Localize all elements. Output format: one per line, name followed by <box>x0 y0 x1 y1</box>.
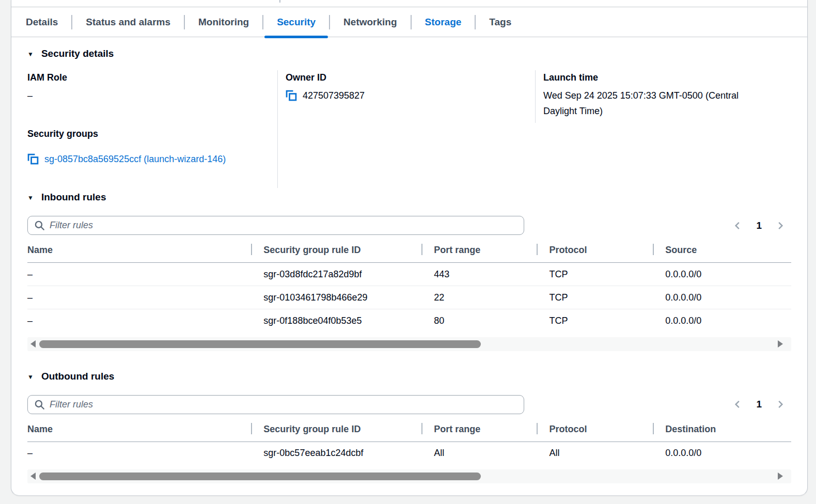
table-row: – sgr-0f188bce04f0b53e5 80 TCP 0.0.0.0/0 <box>27 309 791 333</box>
owner-id-value: 427507395827 <box>303 88 365 103</box>
launch-time-label: Launch time <box>543 72 779 83</box>
table-row: – sgr-0bc57eeab1c24dcbf All All 0.0.0.0/… <box>27 442 791 465</box>
previous-page-icon[interactable] <box>733 221 742 230</box>
tab-tags[interactable]: Tags <box>476 7 525 37</box>
tab-security[interactable]: Security <box>263 7 329 37</box>
cell-rule-id: sgr-0103461798b466e29 <box>251 286 421 309</box>
next-page-icon[interactable] <box>776 221 785 230</box>
security-details-col-1: IAM Role – Security groups sg-0857bc8a56… <box>27 72 277 165</box>
col-header-port-range: Port range <box>421 421 537 442</box>
col-header-destination: Destination <box>653 421 791 442</box>
cell-source: 0.0.0.0/0 <box>653 309 791 333</box>
tab-details[interactable]: Details <box>12 7 71 37</box>
cell-name: – <box>27 263 251 286</box>
cell-name: – <box>27 286 251 309</box>
inbound-rules-table: Name Security group rule ID Port range P… <box>27 242 791 333</box>
previous-page-icon[interactable] <box>733 400 742 409</box>
col-header-protocol: Protocol <box>537 421 653 442</box>
page-number[interactable]: 1 <box>756 220 762 231</box>
column-divider <box>535 70 536 123</box>
collapse-triangle-icon: ▼ <box>27 194 34 201</box>
outbound-horizontal-scrollbar <box>27 469 791 483</box>
next-page-icon[interactable] <box>776 400 785 409</box>
cell-protocol: TCP <box>537 286 653 309</box>
outbound-filter-row: 1 <box>27 395 791 414</box>
tab-status-and-alarms[interactable]: Status and alarms <box>72 7 184 37</box>
cell-source: 0.0.0.0/0 <box>653 286 791 309</box>
collapse-triangle-icon: ▼ <box>27 373 34 381</box>
cell-source: 0.0.0.0/0 <box>653 263 791 286</box>
table-header-row: Name Security group rule ID Port range P… <box>27 421 791 442</box>
cell-protocol: All <box>537 442 653 465</box>
cell-destination: 0.0.0.0/0 <box>653 442 791 465</box>
search-icon <box>34 399 45 410</box>
inbound-horizontal-scrollbar <box>27 337 791 351</box>
copy-icon[interactable] <box>27 153 39 165</box>
scroll-right-icon[interactable] <box>778 472 783 480</box>
security-group-link[interactable]: sg-0857bc8a569525ccf (launch-wizard-146) <box>44 154 226 165</box>
owner-id-label: Owner ID <box>286 72 523 83</box>
col-header-source: Source <box>653 242 791 263</box>
section-title: Outbound rules <box>41 371 114 382</box>
cell-name: – <box>27 309 251 333</box>
tab-bar: Details Status and alarms Monitoring Sec… <box>11 7 807 37</box>
security-groups-label: Security groups <box>27 129 265 139</box>
copy-icon[interactable] <box>286 90 297 101</box>
iam-role-label: IAM Role <box>27 72 265 83</box>
cell-protocol: TCP <box>537 309 653 333</box>
inbound-filter-input[interactable] <box>27 216 524 235</box>
col-header-port-range: Port range <box>421 242 537 263</box>
col-header-rule-id: Security group rule ID <box>251 421 421 442</box>
scroll-right-icon[interactable] <box>778 340 783 348</box>
cell-port-range: 22 <box>421 286 537 309</box>
outbound-pagination: 1 <box>733 399 791 410</box>
security-details-col-2: Owner ID 427507395827 <box>277 72 535 165</box>
scroll-left-icon[interactable] <box>30 472 36 480</box>
instance-details-panel: Details Status and alarms Monitoring Sec… <box>11 0 808 496</box>
column-divider-fragment <box>279 0 280 3</box>
section-title: Security details <box>41 48 114 59</box>
table-row: – sgr-0103461798b466e29 22 TCP 0.0.0.0/0 <box>27 286 791 309</box>
col-header-name: Name <box>27 242 251 263</box>
tab-storage[interactable]: Storage <box>412 7 475 37</box>
page-number[interactable]: 1 <box>756 399 762 410</box>
col-header-rule-id: Security group rule ID <box>251 242 421 263</box>
cell-port-range: 443 <box>421 263 537 286</box>
cell-rule-id: sgr-03d8fdc217a82d9bf <box>251 263 421 286</box>
scroll-left-icon[interactable] <box>30 340 36 348</box>
iam-role-value: – <box>27 88 265 103</box>
inbound-rules-section-header[interactable]: ▼ Inbound rules <box>27 192 791 203</box>
column-divider <box>277 70 278 188</box>
inbound-filter-row: 1 <box>27 216 791 235</box>
outbound-rules-section-header[interactable]: ▼ Outbound rules <box>27 371 791 382</box>
scrollbar-thumb[interactable] <box>39 472 481 480</box>
collapse-triangle-icon: ▼ <box>27 51 34 58</box>
tab-networking[interactable]: Networking <box>330 7 410 37</box>
launch-time-value: Wed Sep 24 2025 15:07:33 GMT-0500 (Centr… <box>543 88 756 119</box>
section-title: Inbound rules <box>41 192 106 203</box>
cell-rule-id: sgr-0f188bce04f0b53e5 <box>251 309 421 333</box>
cell-rule-id: sgr-0bc57eeab1c24dcbf <box>251 442 421 465</box>
inbound-pagination: 1 <box>733 220 791 231</box>
search-icon <box>34 220 45 231</box>
table-row: – sgr-03d8fdc217a82d9bf 443 TCP 0.0.0.0/… <box>27 263 791 286</box>
outbound-rules-table: Name Security group rule ID Port range P… <box>27 421 791 465</box>
security-details-col-3: Launch time Wed Sep 24 2025 15:07:33 GMT… <box>535 72 791 165</box>
cell-port-range: 80 <box>421 309 537 333</box>
outbound-filter-input[interactable] <box>27 395 524 414</box>
table-header-row: Name Security group rule ID Port range P… <box>27 242 791 263</box>
cell-port-range: All <box>421 442 537 465</box>
security-details-section-header[interactable]: ▼ Security details <box>27 48 791 59</box>
top-divider <box>11 0 807 7</box>
col-header-protocol: Protocol <box>537 242 653 263</box>
tab-monitoring[interactable]: Monitoring <box>185 7 262 37</box>
col-header-name: Name <box>27 421 251 442</box>
cell-name: – <box>27 442 251 465</box>
cell-protocol: TCP <box>537 263 653 286</box>
security-details-grid: IAM Role – Security groups sg-0857bc8a56… <box>27 72 791 165</box>
scrollbar-thumb[interactable] <box>39 340 481 348</box>
